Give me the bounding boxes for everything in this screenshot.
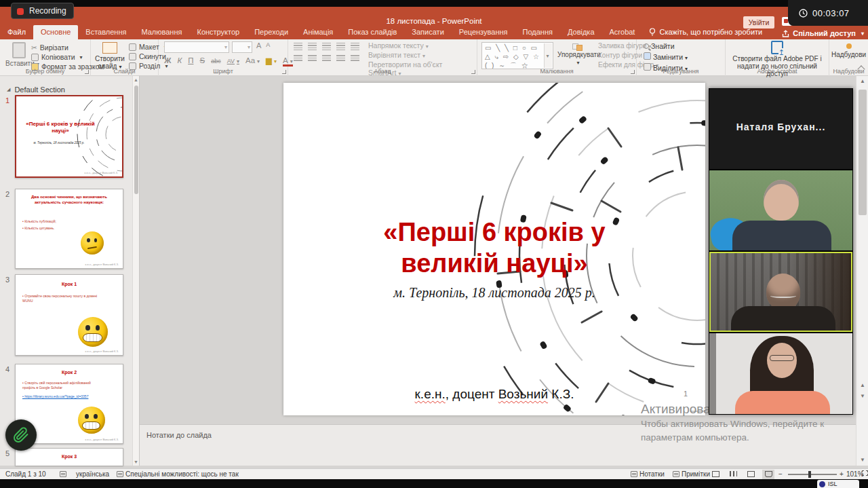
align-left-button[interactable] <box>294 55 302 62</box>
next-slide-button[interactable]: ▼ <box>856 391 868 402</box>
font-resize-buttons[interactable]: АА <box>256 41 270 50</box>
new-slide-button[interactable]: Створити слайд <box>94 42 126 70</box>
thumbnail-title: Два основні чинники, що визначають актуа… <box>16 195 123 206</box>
tab-home[interactable]: Основне <box>33 25 78 39</box>
section-header[interactable]: Default Section <box>7 86 65 94</box>
font-dialog-launcher[interactable] <box>282 70 286 74</box>
tab-file[interactable]: Файл <box>0 25 33 39</box>
slide-title[interactable]: «Перші 6 кроків у великій науці» <box>332 217 657 279</box>
tell-me-search[interactable]: Скажіть, що потрібно зробити <box>642 28 769 39</box>
align-right-button[interactable] <box>322 55 331 62</box>
recording-indicator: Recording <box>11 3 74 19</box>
reading-view-button[interactable] <box>745 470 757 479</box>
scroll-up-icon[interactable]: ▲ <box>133 77 139 82</box>
columns-button[interactable] <box>351 55 359 62</box>
replace-button[interactable]: Замінити <box>644 52 688 61</box>
font-name-combobox[interactable] <box>164 41 229 53</box>
slide-sorter-view-button[interactable] <box>727 470 739 479</box>
previous-slide-button[interactable]: ▲ <box>856 380 868 391</box>
shapes-gallery-more-icon[interactable]: ▾ <box>544 43 552 68</box>
slide-subtitle[interactable]: м. Тернопіль, 18 листопада 2025 р. <box>283 285 705 301</box>
tab-help[interactable]: Довідка <box>560 25 602 39</box>
grow-font-button[interactable]: А <box>256 41 261 50</box>
spellcheck-icon[interactable] <box>60 470 68 478</box>
main-vertical-scrollbar[interactable]: ▲ ▲ ▼ ▼ <box>856 76 868 466</box>
zoom-slider-track[interactable] <box>788 474 837 475</box>
tab-animations[interactable]: Анімація <box>296 25 340 39</box>
annotation-tool-button[interactable] <box>5 419 37 451</box>
italic-button[interactable]: К <box>177 56 182 64</box>
tab-transitions[interactable]: Переходи <box>247 25 296 39</box>
accessibility-status[interactable]: Спеціальні можливості: щось не так <box>117 470 239 478</box>
addins-button[interactable]: Надбудови <box>829 43 868 58</box>
tab-slideshow[interactable]: Показ слайдів <box>340 25 404 39</box>
slide-thumbnail-2[interactable]: Два основні чинники, що визначають актуа… <box>15 189 123 269</box>
thumbnail-scrollbar[interactable]: ▲ ▼ <box>132 76 139 466</box>
participant-tile-1[interactable]: Наталя Брухан... <box>709 89 852 169</box>
comments-toggle-button[interactable]: Примітки <box>673 470 710 478</box>
paragraph-dialog-launcher[interactable] <box>471 70 475 74</box>
participant-tile-4[interactable] <box>709 333 852 414</box>
justify-button[interactable] <box>336 55 345 62</box>
decrease-indent-button[interactable] <box>322 43 331 50</box>
strikethrough-button[interactable]: S <box>199 56 205 64</box>
notes-pane[interactable]: Нотатки до слайда <box>140 424 868 466</box>
numbering-button[interactable] <box>308 43 317 50</box>
paste-button[interactable]: Вставити <box>5 42 33 67</box>
line-spacing-button[interactable] <box>351 43 359 50</box>
text-shadow-button[interactable]: abc <box>211 58 221 64</box>
tab-insert[interactable]: Вставлення <box>78 25 134 39</box>
shrink-font-button[interactable]: А <box>266 41 270 50</box>
slide-thumbnail-5[interactable]: Крок 3 <box>15 448 123 466</box>
align-text-button[interactable]: Вирівняти текст <box>368 51 477 59</box>
participant-tile-2[interactable] <box>709 170 852 250</box>
scrollbar-thumb[interactable] <box>134 86 138 194</box>
drawing-dialog-launcher[interactable] <box>631 70 635 74</box>
align-center-button[interactable] <box>308 55 317 62</box>
isl-app-badge[interactable]: ISL <box>817 480 859 488</box>
participant-tile-3-active-speaker[interactable] <box>709 252 852 332</box>
slide-thumbnail-1[interactable]: «Перші 6 кроків у великій науці» м. Терн… <box>15 95 123 178</box>
tab-design[interactable]: Конструктор <box>189 25 247 39</box>
zoom-in-button[interactable]: + <box>840 470 844 478</box>
scroll-down-icon[interactable]: ▼ <box>133 459 139 464</box>
find-button[interactable]: Знайти <box>644 42 688 50</box>
font-size-combobox[interactable] <box>232 41 252 53</box>
character-spacing-button[interactable]: AV <box>227 58 239 64</box>
shapes-gallery[interactable]: ▭ ╲ ╲ □ ○ ▭△ ⤷ ⇨ ◇ ▽ ☆( ) ～ ⌒ ☆▾ <box>481 42 553 69</box>
zoom-out-button[interactable]: − <box>778 470 783 478</box>
tab-view[interactable]: Подання <box>515 25 560 39</box>
language-indicator[interactable]: українська <box>76 470 109 478</box>
video-call-panel[interactable]: Наталя Брухан... <box>709 88 853 415</box>
tab-review[interactable]: Рецензування <box>452 25 515 39</box>
scrollbar-thumb[interactable] <box>859 90 867 215</box>
slideshow-view-button[interactable] <box>762 470 774 479</box>
arrange-button[interactable]: Упорядкувати <box>557 42 597 66</box>
share-icon <box>782 30 789 37</box>
change-case-button[interactable]: Aa <box>245 56 260 64</box>
notes-toggle-button[interactable]: Нотатки <box>631 470 665 478</box>
underline-button[interactable]: П <box>188 56 193 64</box>
slide-canvas[interactable]: «Перші 6 кроків у великій науці» м. Терн… <box>283 83 705 415</box>
bold-button[interactable]: Ж <box>164 56 171 64</box>
windows-taskbar[interactable]: ISL <box>0 479 868 488</box>
scroll-down-icon[interactable]: ▼ <box>856 455 868 466</box>
tab-acrobat[interactable]: Acrobat <box>602 25 643 39</box>
highlight-color-button[interactable]: ▆ <box>266 56 277 65</box>
slide-thumbnail-3[interactable]: Крок 1 • Отримайте свою персональну пошт… <box>15 274 123 356</box>
copy-button[interactable]: Копіювати <box>31 53 83 61</box>
tab-draw[interactable]: Малювання <box>134 25 189 39</box>
sign-in-button[interactable]: Увійти <box>743 16 774 29</box>
normal-view-button[interactable] <box>709 470 722 479</box>
cut-button[interactable]: ✂Вирізати <box>31 43 68 52</box>
clipboard-dialog-launcher[interactable] <box>85 70 89 74</box>
zoom-slider-thumb[interactable] <box>808 471 811 478</box>
tab-record[interactable]: Записати <box>404 25 451 39</box>
fit-to-window-button[interactable] <box>859 469 868 478</box>
slide-author[interactable]: к.е.н., доцент Возьний К.З. <box>283 387 705 402</box>
text-direction-button[interactable]: Напрямок тексту <box>368 41 477 50</box>
scroll-up-icon[interactable]: ▲ <box>856 76 868 87</box>
bullets-button[interactable] <box>294 43 302 50</box>
share-button[interactable]: Спільний доступ <box>782 29 864 37</box>
increase-indent-button[interactable] <box>336 43 345 50</box>
